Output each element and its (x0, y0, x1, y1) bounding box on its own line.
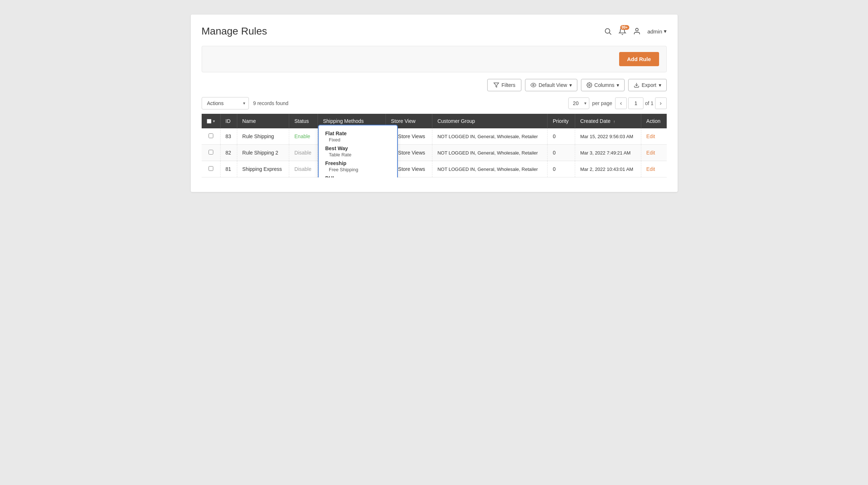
shipping-methods-popup: Flat RateFixedBest WayTable RateFreeship… (318, 125, 398, 177)
actions-right: 20 ▾ per page ‹ of 1 › (568, 97, 667, 109)
row-created-date: Mar 3, 2022 7:49:21 AM (575, 145, 641, 161)
page-title: Manage Rules (202, 25, 267, 37)
popup-category: Flat Rate (325, 131, 391, 136)
th-customer-group: Customer Group (432, 114, 548, 128)
filters-button[interactable]: Filters (487, 79, 521, 91)
view-chevron-icon: ▾ (569, 82, 572, 88)
row-priority: 0 (548, 161, 575, 177)
row-priority: 0 (548, 145, 575, 161)
pagination: ‹ of 1 › (615, 97, 666, 109)
toolbar-top: Add Rule (202, 46, 667, 72)
per-page-select[interactable]: 20 (568, 97, 589, 109)
actions-select-wrap: Actions ▾ (202, 97, 249, 109)
svg-point-2 (635, 28, 638, 31)
table-row: 82Rule Shipping 2DisableDHL: Easy shopAl… (202, 145, 667, 161)
popup-item: Table Rate (325, 152, 391, 157)
actions-left: Actions ▾ 9 records found (202, 97, 288, 109)
row-shipping-methods: Flat RateFixedBest WayTable RateFreeship… (318, 128, 385, 145)
row-name: Rule Shipping (237, 128, 289, 145)
actions-select[interactable]: Actions (202, 97, 249, 109)
row-id: 82 (220, 145, 237, 161)
svg-point-5 (589, 84, 590, 86)
filter-icon (493, 82, 499, 88)
rules-table: ▾ ID Name Status Shipping Methods Store … (202, 114, 667, 177)
table-row: 81Shipping ExpressDisableBest Way: Table… (202, 161, 667, 177)
row-action: Edit (641, 161, 666, 177)
row-action: Edit (641, 128, 666, 145)
popup-category: DHL (325, 175, 391, 177)
row-created-date: Mar 15, 2022 9:56:03 AM (575, 128, 641, 145)
row-name: Shipping Express (237, 161, 289, 177)
th-priority: Priority (548, 114, 575, 128)
add-rule-button[interactable]: Add Rule (619, 52, 659, 66)
th-action: Action (641, 114, 666, 128)
table-row: 83Rule ShippingEnableFlat RateFixedBest … (202, 128, 667, 145)
row-checkbox-cell (202, 145, 221, 161)
th-name: Name (237, 114, 289, 128)
svg-marker-3 (494, 83, 499, 87)
row-status: Disable (289, 145, 318, 161)
popup-category: Freeship (325, 160, 391, 166)
admin-chevron-icon: ▾ (664, 28, 667, 35)
th-created-date: Created Date ↑ (575, 114, 641, 128)
records-found: 9 records found (253, 100, 288, 106)
export-button[interactable]: Export ▾ (628, 79, 666, 91)
popup-category: Best Way (325, 145, 391, 151)
row-checkbox-cell (202, 161, 221, 177)
row-id: 81 (220, 161, 237, 177)
current-page-input[interactable] (628, 97, 643, 109)
row-customer-group: NOT LOGGED IN, General, Wholesale, Retai… (432, 128, 548, 145)
table-header-row: ▾ ID Name Status Shipping Methods Store … (202, 114, 667, 128)
row-checkbox-cell (202, 128, 221, 145)
search-icon (604, 27, 612, 35)
default-view-button[interactable]: Default View ▾ (525, 79, 577, 91)
user-icon-btn[interactable] (633, 27, 641, 35)
th-id: ID (220, 114, 237, 128)
popup-item: Fixed (325, 137, 391, 143)
user-icon (633, 27, 641, 35)
gear-icon (586, 82, 592, 88)
edit-link[interactable]: Edit (646, 166, 655, 172)
created-date-sort-icon: ↑ (613, 119, 615, 124)
popup-item: Free Shipping (325, 167, 391, 172)
export-icon (634, 82, 639, 88)
columns-button[interactable]: Columns ▾ (581, 79, 625, 91)
top-icons: 99+ admin ▾ (604, 27, 667, 35)
main-container: Manage Rules 99+ ad (191, 15, 678, 192)
row-checkbox[interactable] (209, 150, 213, 155)
row-name: Rule Shipping 2 (237, 145, 289, 161)
admin-label[interactable]: admin ▾ (647, 28, 667, 35)
eye-icon (530, 82, 536, 88)
per-page-wrap: 20 ▾ (568, 97, 589, 109)
notifications-badge: 99+ (620, 25, 629, 30)
row-checkbox[interactable] (209, 166, 213, 171)
prev-page-btn[interactable]: ‹ (615, 97, 627, 109)
th-checkbox: ▾ (202, 114, 221, 128)
svg-point-0 (605, 29, 610, 33)
table-body: 83Rule ShippingEnableFlat RateFixedBest … (202, 128, 667, 177)
row-action: Edit (641, 145, 666, 161)
th-status: Status (289, 114, 318, 128)
row-customer-group: NOT LOGGED IN, General, Wholesale, Retai… (432, 145, 548, 161)
columns-chevron-icon: ▾ (617, 82, 619, 88)
edit-link[interactable]: Edit (646, 133, 655, 139)
svg-line-1 (609, 33, 611, 35)
actions-bar: Actions ▾ 9 records found 20 ▾ per page … (202, 97, 667, 109)
page-of-label: of 1 (645, 100, 653, 106)
row-created-date: Mar 2, 2022 10:43:01 AM (575, 161, 641, 177)
row-priority: 0 (548, 128, 575, 145)
per-page-label: per page (592, 100, 612, 106)
select-all-checkbox[interactable] (207, 119, 211, 124)
table-wrap: ▾ ID Name Status Shipping Methods Store … (202, 114, 667, 177)
row-customer-group: NOT LOGGED IN, General, Wholesale, Retai… (432, 161, 548, 177)
row-status: Disable (289, 161, 318, 177)
search-icon-btn[interactable] (604, 27, 612, 35)
top-bar: Manage Rules 99+ ad (202, 25, 667, 37)
next-page-btn[interactable]: › (655, 97, 667, 109)
row-checkbox[interactable] (209, 133, 213, 138)
export-chevron-icon: ▾ (659, 82, 661, 88)
row-status: Enable (289, 128, 318, 145)
edit-link[interactable]: Edit (646, 150, 655, 156)
toolbar-filters: Filters Default View ▾ Columns ▾ Export … (202, 79, 667, 91)
notifications-wrap: 99+ (618, 27, 626, 35)
